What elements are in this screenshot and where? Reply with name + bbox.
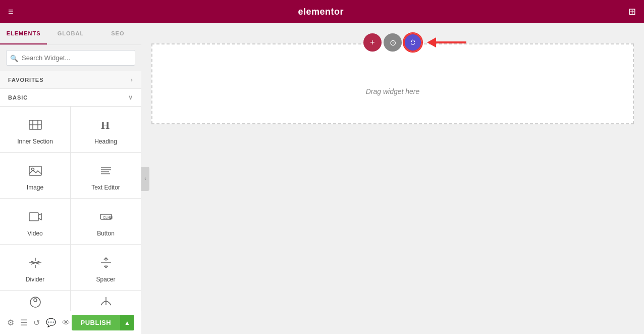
widget-text-editor[interactable]: Text Editor <box>71 153 141 199</box>
widget10-icon <box>97 295 115 309</box>
layers-icon[interactable]: ☰ <box>20 318 27 327</box>
basic-chevron-icon: ∨ <box>128 94 133 101</box>
image-icon <box>26 162 44 180</box>
comments-icon[interactable]: 💬 <box>46 318 56 327</box>
heading-icon: H <box>97 116 115 134</box>
tabs-bar: ELEMENTS GLOBAL SEO <box>0 23 141 45</box>
search-icon: 🔍 <box>10 54 18 62</box>
widget-spacer[interactable]: Spacer <box>71 245 141 291</box>
svg-rect-5 <box>29 166 41 175</box>
svg-point-26 <box>414 41 415 42</box>
widget-divider[interactable]: Divider <box>0 245 71 291</box>
tab-elements[interactable]: ELEMENTS <box>0 23 47 44</box>
widget-9[interactable] <box>0 291 71 311</box>
search-container: 🔍 <box>0 45 141 71</box>
widget-grid: Inner Section H Heading Image <box>0 107 141 311</box>
widget-button[interactable]: CLICK Button <box>71 199 141 245</box>
add-widget-button[interactable]: + <box>363 33 382 52</box>
arrow-shaft <box>436 41 466 43</box>
svg-text:H: H <box>101 119 110 131</box>
canvas-area: + ⊙ Drag wid <box>141 23 644 334</box>
widget-video[interactable]: Video <box>0 199 71 245</box>
widget-video-label: Video <box>27 230 42 237</box>
favorites-chevron-icon: › <box>131 76 133 83</box>
widget-heading[interactable]: H Heading <box>71 107 141 153</box>
drop-zone[interactable]: + ⊙ Drag wid <box>151 43 634 124</box>
basic-section-header[interactable]: BASIC ∨ <box>0 89 141 107</box>
widget-inner-section-label: Inner Section <box>17 138 53 145</box>
collapse-handle[interactable]: ‹ <box>141 167 149 191</box>
sidebar-wrapper: ELEMENTS GLOBAL SEO 🔍 FAVORITES › <box>0 23 141 334</box>
text-editor-icon <box>97 162 115 180</box>
spacer-icon <box>97 254 115 272</box>
svg-text:CLICK: CLICK <box>103 216 113 219</box>
widget9-icon <box>26 295 44 309</box>
widget-spacer-label: Spacer <box>96 276 115 283</box>
drop-zone-label: Drag widget here <box>366 87 420 96</box>
widget-10[interactable] <box>71 291 141 311</box>
publish-group: PUBLISH ▲ <box>72 315 134 330</box>
favorites-label: FAVORITES <box>8 77 44 83</box>
tab-seo[interactable]: SEO <box>94 23 141 44</box>
history-icon[interactable]: ↺ <box>33 318 40 327</box>
arrow-indicator <box>427 37 466 47</box>
widget-image[interactable]: Image <box>0 153 71 199</box>
arrow-head-icon <box>427 37 436 47</box>
bottom-icons: ⚙ ☰ ↺ 💬 👁 <box>7 318 70 327</box>
tab-global[interactable]: GLOBAL <box>47 23 94 44</box>
main-layout: ELEMENTS GLOBAL SEO 🔍 FAVORITES › <box>0 23 644 334</box>
widget-text-editor-label: Text Editor <box>91 184 120 191</box>
divider-icon <box>26 254 44 272</box>
search-input[interactable] <box>6 50 135 66</box>
widget-button-label: Button <box>97 230 115 237</box>
widget-inner-section[interactable]: Inner Section <box>0 107 71 153</box>
app-header: ≡ elementor ⊞ <box>0 0 644 23</box>
button-icon: CLICK <box>97 208 115 226</box>
app-title: elementor <box>298 7 344 17</box>
inner-section-icon <box>26 116 44 134</box>
video-icon <box>26 208 44 226</box>
hamburger-icon[interactable]: ≡ <box>8 7 14 17</box>
template-button[interactable] <box>404 33 422 52</box>
widget-toolbar: + ⊙ <box>363 33 422 52</box>
basic-label: BASIC <box>8 94 28 101</box>
svg-point-24 <box>408 38 417 47</box>
grid-icon[interactable]: ⊞ <box>628 6 636 17</box>
favorites-section-header[interactable]: FAVORITES › <box>0 71 141 89</box>
bottom-bar: ⚙ ☰ ↺ 💬 👁 PUBLISH ▲ <box>0 311 141 334</box>
eye-icon[interactable]: 👁 <box>62 318 70 327</box>
publish-arrow-button[interactable]: ▲ <box>120 315 134 330</box>
widget-heading-label: Heading <box>94 138 117 145</box>
svg-point-25 <box>411 41 412 42</box>
svg-rect-11 <box>29 213 38 221</box>
publish-button[interactable]: PUBLISH <box>72 315 121 330</box>
sidebar: ELEMENTS GLOBAL SEO 🔍 FAVORITES › <box>0 23 141 334</box>
widget-divider-label: Divider <box>26 276 44 283</box>
folder-button[interactable]: ⊙ <box>384 33 402 52</box>
widget-image-label: Image <box>27 184 43 191</box>
svg-point-22 <box>34 299 37 302</box>
settings-icon[interactable]: ⚙ <box>7 318 14 327</box>
